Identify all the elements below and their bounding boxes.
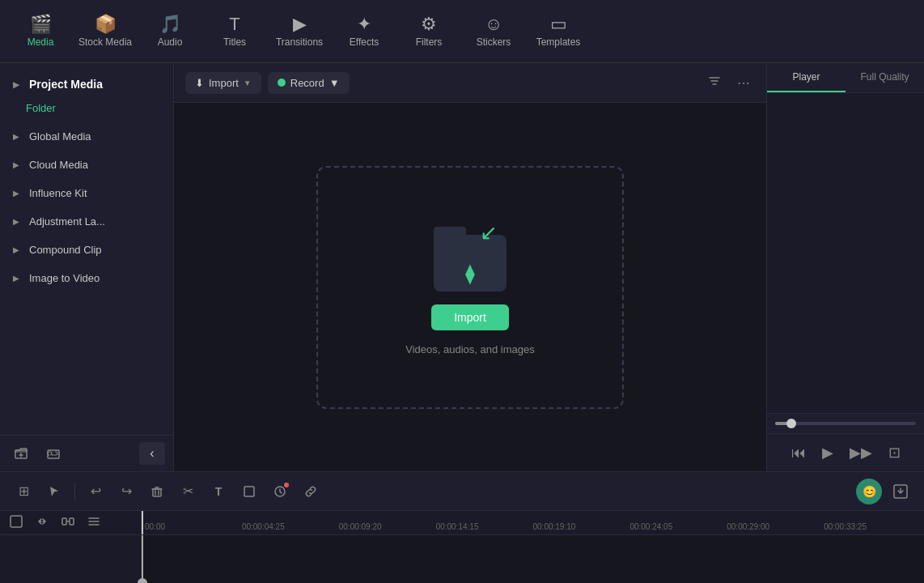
crop-button[interactable] [235,478,263,505]
ai-tools-button[interactable] [266,478,294,505]
nav-label-stickers: Stickers [477,36,511,48]
nav-item-filters[interactable]: ⚙ Filters [396,3,461,60]
user-avatar-button[interactable]: 😊 [856,479,882,504]
timeline-settings-button[interactable] [84,513,104,532]
skip-back-button[interactable]: ⏮ [788,441,809,465]
sidebar-item-compound-clip[interactable]: ▶ Compound Clip [0,236,173,264]
undo-button[interactable]: ↩ [82,478,109,505]
sidebar-item-label-compound-clip: Compound Clip [29,244,102,256]
sidebar-item-global-media[interactable]: ▶ Global Media [0,122,173,151]
delete-button[interactable] [143,478,171,505]
sidebar-item-label-image-to-video: Image to Video [29,272,100,284]
nav-item-templates[interactable]: ▭ Templates [526,3,591,60]
content-area: ⬇ Import ▼ Record ▼ ⋯ [174,63,766,471]
record-button[interactable]: Record ▼ [268,72,350,94]
nav-item-effects[interactable]: ✦ Effects [332,3,396,60]
tab-player[interactable]: Player [767,63,846,92]
nav-label-templates: Templates [536,36,581,48]
nav-item-stickers[interactable]: ☺ Stickers [461,3,526,60]
ruler-mark-2: 00:00:09:20 [339,511,436,534]
nav-item-titles[interactable]: T Titles [202,3,267,60]
redo-button[interactable]: ↪ [112,478,140,505]
ruler-label-5: 00:00:24:05 [629,522,672,531]
import-icon: ⬇ [195,77,204,89]
ruler-label-4: 00:00:19:10 [533,522,576,531]
tab-full-quality[interactable]: Full Quality [846,63,924,92]
link-track-button[interactable] [32,513,52,532]
grid-view-button[interactable]: ⊞ [10,478,37,505]
sidebar-folder-button[interactable]: Folder [0,99,173,122]
sidebar-item-influence-kit[interactable]: ▶ Influence Kit [0,179,173,207]
nav-item-transitions[interactable]: ▶ Transitions [267,3,332,60]
fullscreen-button[interactable]: ⊡ [885,440,904,465]
content-toolbar: ⬇ Import ▼ Record ▼ ⋯ [174,63,766,103]
split-track-button[interactable] [58,513,78,532]
sidebar-item-label-adjustment-layer: Adjustment La... [29,215,105,228]
filmstrip-icon: ⧫ [465,262,475,285]
ruler-label-3: 00:00:14:15 [436,522,479,531]
sidebar-item-image-to-video[interactable]: ▶ Image to Video [0,264,173,292]
add-track-button[interactable] [6,513,26,532]
nav-label-audio: Audio [158,36,183,48]
play-pause-button[interactable]: ▶ [819,440,837,465]
chevron-icon-project-media: ▶ [13,80,19,89]
drop-zone-icon: ↙ ⧫ [430,219,511,292]
panel-footer [767,413,924,433]
chevron-icon-adjustment-layer: ▶ [13,217,19,226]
top-navigation: 🎬 Media 📦 Stock Media 🎵 Audio T Titles ▶… [0,0,924,63]
more-options-button[interactable]: ⋯ [732,72,755,94]
svg-rect-8 [70,518,74,525]
skip-forward-button[interactable]: ▶▶ [846,440,875,465]
bottom-toolbar: ⊞ ↩ ↪ ✂ T 😊 [0,471,924,510]
timeline-body [0,535,924,583]
ruler-mark-0: 00:00 [145,511,242,534]
sidebar-item-project-media[interactable]: ▶ Project Media [0,70,173,99]
timeline-track-right[interactable] [142,535,924,583]
link-folder-button[interactable] [40,442,66,465]
cut-button[interactable]: ✂ [174,478,201,505]
volume-slider[interactable] [775,422,916,425]
add-folder-button[interactable] [8,442,34,465]
sidebar-item-adjustment-layer[interactable]: ▶ Adjustment La... [0,207,173,236]
export-button[interactable] [887,478,914,505]
volume-thumb [786,419,796,428]
nav-item-audio[interactable]: 🎵 Audio [138,3,202,60]
drop-hint-text: Videos, audios, and images [405,343,534,355]
nav-icon-media: 🎬 [30,15,52,33]
filter-sort-button[interactable] [703,71,726,94]
record-label: Record [290,77,324,89]
nav-label-effects: Effects [350,36,379,48]
nav-icon-transitions: ▶ [293,15,307,33]
panel-tabs: Player Full Quality [767,63,924,93]
sidebar-item-label-global-media: Global Media [29,130,91,143]
text-button[interactable]: T [205,478,232,505]
timeline-ruler: 00:0000:00:04:2500:00:09:2000:00:14:1500… [142,511,924,534]
nav-label-filters: Filters [416,36,443,48]
drop-zone-container: ↙ ⧫ Import Videos, audios, and images [174,103,766,471]
nav-label-transitions: Transitions [276,36,323,48]
chevron-icon-image-to-video: ▶ [13,274,19,283]
sidebar-item-cloud-media[interactable]: ▶ Cloud Media [0,151,173,179]
nav-icon-effects: ✦ [357,15,371,33]
import-button[interactable]: ⬇ Import ▼ [185,72,261,94]
nav-icon-stock-media: 📦 [95,15,117,33]
drop-zone: ↙ ⧫ Import Videos, audios, and images [316,166,624,409]
svg-rect-6 [11,516,22,527]
playhead-bottom-handle [138,578,147,583]
ruler-mark-5: 00:00:24:05 [629,511,727,534]
select-tool-button[interactable] [40,478,68,505]
chevron-icon-compound-clip: ▶ [13,245,19,254]
import-action-button[interactable]: Import [431,304,509,330]
nav-icon-stickers: ☺ [485,15,502,33]
nav-item-media[interactable]: 🎬 Media [8,3,73,60]
nav-label-stock-media: Stock Media [78,36,132,48]
link-button[interactable] [297,478,324,505]
ruler-label-2: 00:00:09:20 [339,522,382,531]
ruler-mark-3: 00:00:14:15 [436,511,533,534]
nav-item-stock-media[interactable]: 📦 Stock Media [73,3,138,60]
import-label: Import [209,77,239,89]
timeline-area: 00:0000:00:04:2500:00:09:2000:00:14:1500… [0,510,924,583]
timeline-track-label-bar [0,511,142,534]
collapse-sidebar-button[interactable]: ‹ [139,442,165,465]
ruler-mark-1: 00:00:04:25 [242,511,339,534]
